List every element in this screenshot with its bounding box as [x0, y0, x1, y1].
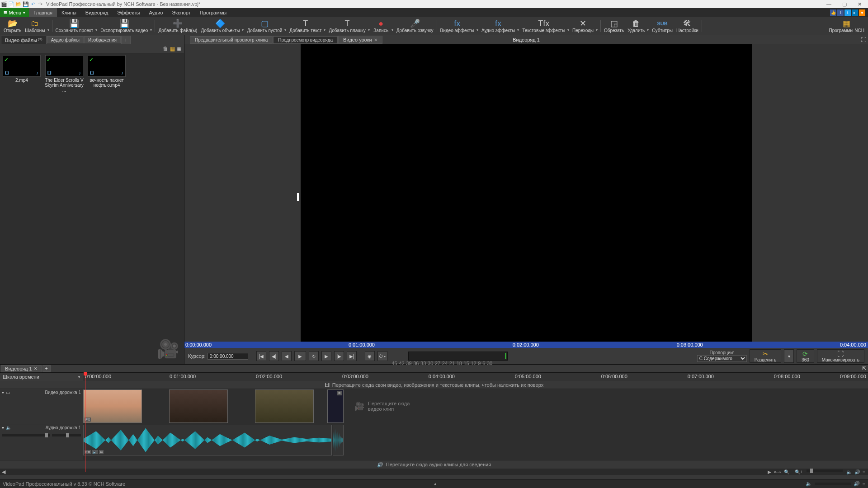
save-icon[interactable]: 💾 [23, 1, 29, 7]
close-icon[interactable]: ✕ [337, 391, 342, 395]
undo-icon[interactable]: ↶ [30, 1, 36, 7]
tab-export[interactable]: Экспорт [167, 8, 195, 17]
timeline-audio-clip[interactable]: FX🔈∞ [83, 425, 332, 455]
fit-timeline-icon[interactable]: ⇤⇥ [773, 469, 782, 474]
close-icon[interactable]: ✕ [374, 38, 377, 42]
bin-thumbnail-view-icon[interactable]: ▦ [170, 46, 175, 52]
scroll-left-icon[interactable]: ◀ [0, 469, 7, 475]
add-objects-button[interactable]: 🔷Добавить объекты [199, 18, 241, 34]
volume-icon[interactable]: 🔈 [845, 469, 853, 474]
facebook-icon[interactable]: f [837, 9, 844, 16]
mute-badge-icon[interactable]: 🔈 [92, 450, 98, 454]
sequence-tab[interactable]: Видеоряд 1✕ [1, 365, 42, 372]
bin-tab-audio[interactable]: Аудио файлы [47, 36, 84, 43]
split-button[interactable]: ✂Разделить [750, 349, 781, 363]
bin-list-view-icon[interactable]: ≣ [177, 46, 181, 52]
delete-dropdown[interactable]: ▾ [646, 18, 650, 34]
save-project-button[interactable]: 💾Сохранить проект [54, 18, 95, 34]
timeline-audio-clip[interactable] [333, 425, 344, 455]
tfx-dropdown[interactable]: ▾ [566, 18, 571, 34]
clip-item[interactable]: ✓🎞♪ вечность пахнет нефтью.mp4 [87, 55, 127, 93]
record-button[interactable]: ●Запись [371, 18, 391, 34]
subtitles-button[interactable]: SUBСубтитры [650, 18, 675, 34]
transitions-button[interactable]: ✕Переходы [571, 18, 595, 34]
tab-home[interactable]: Главная [29, 8, 57, 17]
crop-button[interactable]: ◲Обрезать [602, 18, 626, 34]
new-icon[interactable]: 📄 [8, 1, 14, 7]
twitter-icon[interactable]: t [844, 9, 851, 16]
export-dropdown[interactable]: ▾ [149, 18, 153, 34]
timeline-scale-selector[interactable]: Шкала времени [0, 373, 83, 381]
tab-effects[interactable]: Эффекты [113, 8, 144, 17]
preview-ruler[interactable]: 0:00:00.000 0:01:00.000 0:02:00.000 0:03… [184, 342, 868, 348]
playhead[interactable] [85, 373, 85, 472]
overlay-drop-hint[interactable]: 🎞 Перетащите сюда свои видео, изображени… [0, 381, 868, 389]
maximize-preview-button[interactable]: ⛶Максимизировать [817, 349, 864, 363]
aspect-select[interactable]: С Содержимого [697, 355, 747, 362]
preview-viewport[interactable] [184, 44, 868, 342]
maximize-button[interactable]: ▢ [840, 1, 849, 7]
prev-frame-button[interactable]: ◀ [282, 351, 292, 361]
timeline-video-clip[interactable]: FX [83, 389, 142, 423]
zoom-slider[interactable] [807, 469, 843, 472]
play-button[interactable]: ▶ [294, 351, 306, 361]
split-dropdown[interactable]: ▾ [784, 349, 794, 363]
close-button[interactable]: ✕ [855, 1, 864, 7]
text-effects-button[interactable]: TfxТекстовые эффекты [520, 18, 567, 34]
link-badge-icon[interactable]: ∞ [99, 450, 104, 454]
preview-tab-sequence[interactable]: Предпросмотр видеоряда [273, 36, 338, 44]
cursor-input[interactable] [208, 353, 248, 360]
timeline-video-clip[interactable] [169, 389, 228, 423]
settings-button[interactable]: 🛠Настройки [675, 18, 700, 34]
delete-button[interactable]: 🗑Удалить [626, 18, 646, 34]
close-icon[interactable]: ✕ [34, 366, 38, 371]
bin-delete-icon[interactable]: 🗑 [163, 46, 168, 52]
goto-start-button[interactable]: |◀ [256, 351, 266, 361]
add-sequence-tab[interactable]: + [42, 365, 51, 372]
snapshot-button[interactable]: ◉ [365, 351, 375, 361]
timeline-menu-icon[interactable]: ≡ [862, 469, 866, 474]
linkedin-icon[interactable]: in [852, 9, 858, 16]
max-volume-icon[interactable]: 🔊 [854, 469, 861, 474]
preview-tab-tutorials[interactable]: Видео уроки✕ [338, 36, 382, 44]
bin-tab-add[interactable]: + [121, 36, 131, 44]
tab-audio[interactable]: Аудио [144, 8, 167, 17]
timeline-scrollbar[interactable]: ◀ ▶ ⇤⇥ 🔍− 🔍+ 🔈 🔊 ≡ [0, 469, 868, 475]
redo-icon[interactable]: ↷ [37, 1, 43, 7]
status-max-volume-icon[interactable]: 🔊 [854, 481, 860, 487]
track-mute-icon[interactable]: 🔈 [6, 425, 11, 430]
clip-item[interactable]: ✓🎞♪ 2.mp4 [2, 55, 42, 93]
text-dropdown[interactable]: ▾ [322, 18, 327, 34]
fullscreen-icon[interactable]: ⛶ [861, 37, 866, 43]
templates-dropdown[interactable]: ▾ [46, 18, 51, 34]
templates-button[interactable]: 🗂Шаблоны [23, 18, 47, 34]
afx-dropdown[interactable]: ▾ [516, 18, 520, 34]
status-volume-icon[interactable]: 🔈 [806, 481, 812, 487]
loop-button[interactable]: ↻ [309, 351, 319, 361]
fx-badge-icon[interactable]: FX [85, 450, 91, 454]
volume-slider[interactable] [2, 434, 50, 436]
track-collapse-icon[interactable]: ▾ [2, 425, 4, 430]
objects-dropdown[interactable]: ▾ [241, 18, 245, 34]
status-volume-slider[interactable] [815, 483, 851, 485]
scroll-right-icon[interactable]: ▶ [767, 469, 772, 474]
step-back-button[interactable]: ◀| [269, 351, 279, 361]
nch-programs-button[interactable]: ▦Программы NCH [827, 18, 866, 34]
minimize-button[interactable]: — [824, 1, 834, 7]
add-files-button[interactable]: ➕Добавить файл(ы) [156, 18, 199, 34]
video-effects-button[interactable]: fxВидео эффекты [439, 18, 476, 34]
track-collapse-icon[interactable]: ▾ [2, 390, 4, 395]
expand-caret-icon[interactable]: ▴ [434, 481, 437, 487]
zoom-in-icon[interactable]: 🔍+ [794, 469, 804, 474]
popout-icon[interactable]: ⇱ [862, 366, 866, 371]
add-blank-button[interactable]: ▢Добавить пустой [245, 18, 284, 34]
like-icon[interactable]: 👍 [830, 9, 836, 16]
bin-tab-video[interactable]: Видео файлы(3) [1, 36, 47, 44]
timeline-video-clip[interactable] [255, 389, 314, 423]
audio-track-body[interactable]: FX🔈∞ [83, 424, 868, 460]
goto-end-button[interactable]: ▶| [347, 351, 357, 361]
timeline-video-clip[interactable]: ✕ [327, 389, 344, 423]
vfx-dropdown[interactable]: ▾ [475, 18, 480, 34]
add-text-button[interactable]: TДобавить текст [288, 18, 323, 34]
bin-tab-images[interactable]: Изображения [84, 36, 121, 43]
